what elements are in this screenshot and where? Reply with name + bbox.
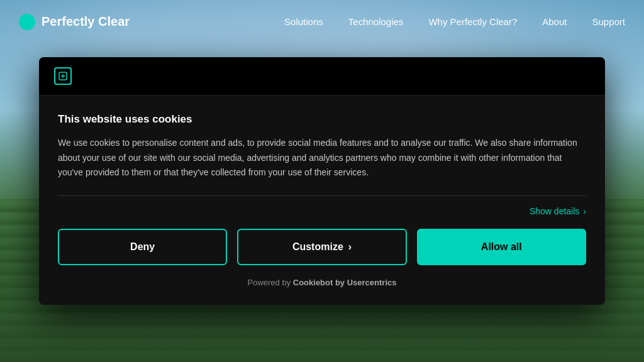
modal-divider [58, 195, 586, 196]
modal-overlay: This website uses cookies We use cookies… [0, 0, 644, 362]
buttons-row: Deny Customize › Allow all [58, 229, 586, 265]
allow-all-button[interactable]: Allow all [417, 229, 586, 265]
powered-by-prefix: Powered by [248, 278, 293, 287]
modal-body: This website uses cookies We use cookies… [39, 96, 605, 305]
customize-chevron-icon: › [348, 241, 352, 253]
powered-by-brand: Cookiebot by Usercentrics [293, 278, 397, 287]
show-details-button[interactable]: Show details › [530, 206, 586, 216]
deny-button[interactable]: Deny [58, 229, 227, 265]
chevron-right-icon: › [583, 206, 586, 216]
cookie-text: We use cookies to personalise content an… [58, 136, 586, 180]
customize-button[interactable]: Customize › [237, 229, 406, 265]
cookie-title: This website uses cookies [58, 113, 586, 126]
powered-by: Powered by Cookiebot by Usercentrics [58, 278, 586, 292]
cookie-modal: This website uses cookies We use cookies… [39, 57, 605, 305]
modal-logo-icon [54, 67, 72, 85]
customize-label: Customize [292, 241, 343, 253]
modal-header [39, 57, 605, 96]
show-details-label: Show details [530, 206, 579, 216]
show-details-row: Show details › [58, 206, 586, 216]
